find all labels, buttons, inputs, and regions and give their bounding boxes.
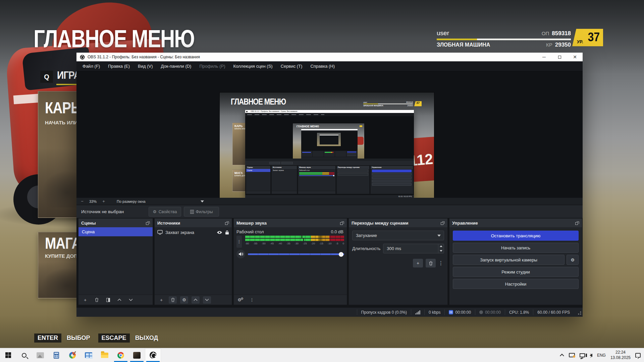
taskbar-media-app[interactable] [32,348,48,362]
taskbar-system-app[interactable] [80,348,97,362]
xp-progress-bar [437,39,571,40]
taskbar-paint[interactable] [64,348,80,362]
mixer-db-value: 0.0 dB [331,229,343,234]
mini-obs-titlebar: OBS 31.1.2 - Профиль: Без названия - Сце… [245,110,414,113]
tray-expand-icon[interactable] [560,354,564,358]
maximize-button[interactable] [552,53,567,61]
add-transition-button[interactable]: ＋ [413,259,423,267]
popout-icon[interactable] [340,221,344,225]
minimize-button[interactable]: ─ [536,53,552,61]
mixer-kebab-button[interactable]: ⋮ [236,236,242,248]
taskbar-clock[interactable]: 22:24 13.08.2025 [610,350,631,360]
taskbar-obs[interactable] [145,348,161,362]
menu-file[interactable]: Файл (F) [78,61,104,71]
obs-titlebar[interactable]: OBS 31.1.2 - Профиль: Без названия - Сце… [76,53,583,61]
zoom-out-button[interactable]: − [80,199,85,204]
zoom-level: 33% [89,199,97,203]
display-cast-icon[interactable] [569,353,575,357]
mini-zoom-row [245,159,414,161]
close-button[interactable]: ✕ [567,53,583,61]
obs-preview-canvas[interactable]: ГЛАВНОЕ МЕНЮ user859318 ЗЛОБНАЯ МАШИНА29… [220,93,434,213]
escape-hint-label: ВЫХОД [135,335,158,342]
zoom-dropdown-caret[interactable] [201,200,204,202]
stop-streaming-button[interactable]: Остановить трансляцию [453,231,579,241]
zoom-fit-label[interactable]: По размеру окна [117,199,146,203]
scene-filters-button[interactable] [104,296,112,304]
lock-icon[interactable] [225,230,229,235]
menu-profile[interactable]: Профиль (Р) [195,61,229,71]
studio-mode-button[interactable]: Режим студии [453,267,579,277]
taskbar-game[interactable] [129,348,145,362]
sources-toolbar: ＋ ⚙ [155,295,232,305]
mini-canvas-level2: ГЛАВНОЕ МЕНЮ [293,123,364,163]
mixer-dock: Микшер звука Рабочий стол 0.0 dB ⋮ -60-5… [233,218,347,305]
virtual-camera-settings-button[interactable]: ⚙ [567,255,579,265]
network-icon[interactable] [580,353,585,357]
record-timer: 00:00:00 [475,309,505,315]
transition-type-select[interactable]: Затухание [352,231,444,240]
taskbar-calculator[interactable] [48,348,64,362]
popout-icon[interactable] [146,221,150,225]
start-button[interactable] [0,348,16,362]
fps-counter: 60.00 / 60.00 FPS [533,309,574,315]
speaker-icon[interactable] [236,250,245,258]
menu-scene-collection[interactable]: Коллекция сцен (S) [229,61,277,71]
volume-slider[interactable] [248,253,344,255]
scene-up-button[interactable] [115,296,123,304]
sources-dock-header[interactable]: Источники [155,219,232,227]
no-source-label: Источник не выбран [81,209,124,214]
taskbar-search-button[interactable] [16,348,32,362]
enter-hint-label: ВЫБОР [67,335,90,342]
zoom-in-button[interactable]: + [101,199,106,204]
properties-button[interactable]: ⚙ Свойства [149,207,181,217]
volume-icon[interactable] [590,354,592,357]
visibility-eye-icon[interactable] [217,231,222,234]
popout-icon[interactable] [225,221,229,225]
mixer-dock-header[interactable]: Микшер звука [234,219,347,227]
menu-help[interactable]: Справка (Н) [306,61,339,71]
taskbar-chrome[interactable] [113,348,129,362]
settings-button[interactable]: Настройки [453,279,579,289]
menu-view[interactable]: Вид (V) [134,61,157,71]
duration-spinbox[interactable]: 300 ms [383,244,444,253]
windows-taskbar: ENG 22:24 13.08.2025 [0,348,644,362]
start-recording-button[interactable]: Начать запись [453,243,579,253]
stream-timer: 00:00:00 [444,309,475,315]
source-properties-button[interactable]: ⚙ [180,296,188,304]
shop-card-subtitle: КУПИТЕ ДОП [45,253,77,259]
volume-slider-handle[interactable] [339,252,343,257]
resize-grip[interactable] [577,310,581,315]
mixer-menu-button[interactable]: ⋮ [248,296,256,304]
add-source-button[interactable]: ＋ [157,296,165,304]
advanced-audio-button[interactable]: ⚙⚙ [236,296,245,304]
taskbar-file-explorer[interactable] [97,348,113,362]
obs-app-icon [150,352,157,359]
transitions-dock: Переходы между сценами Затухание Длитель… [348,218,448,305]
remove-scene-button[interactable] [93,296,101,304]
add-scene-button[interactable]: ＋ [81,296,89,304]
source-down-button[interactable] [203,296,211,304]
popout-icon[interactable] [441,221,445,225]
scene-item-selected[interactable]: Сцена [78,227,153,236]
remove-transition-button[interactable] [426,259,436,267]
duration-decrease-button[interactable] [438,249,444,253]
action-center-icon[interactable] [635,353,641,358]
controls-dock-header[interactable]: Управление [449,219,582,227]
scenes-dock-header[interactable]: Сцены [78,219,153,227]
remove-source-button[interactable] [169,296,177,304]
source-up-button[interactable] [192,296,200,304]
transition-menu-button[interactable]: ⋮ [438,260,443,266]
transitions-dock-header[interactable]: Переходы между сценами [349,219,447,227]
scene-down-button[interactable] [127,296,135,304]
menu-tools[interactable]: Сервис (Т) [277,61,307,71]
menu-edit[interactable]: Правка (Е) [104,61,134,71]
filters-button[interactable]: Фильтры [184,207,219,217]
language-indicator[interactable]: ENG [597,353,606,358]
popout-icon[interactable] [575,221,579,225]
menu-docks[interactable]: Док-панели (D) [157,61,196,71]
source-item[interactable]: Захват экрана [155,227,232,237]
virtual-camera-button[interactable]: Запуск виртуальной камеры [453,255,565,265]
system-app-icon [85,352,92,358]
duration-increase-button[interactable] [438,244,444,249]
clock-time: 22:24 [615,350,626,355]
